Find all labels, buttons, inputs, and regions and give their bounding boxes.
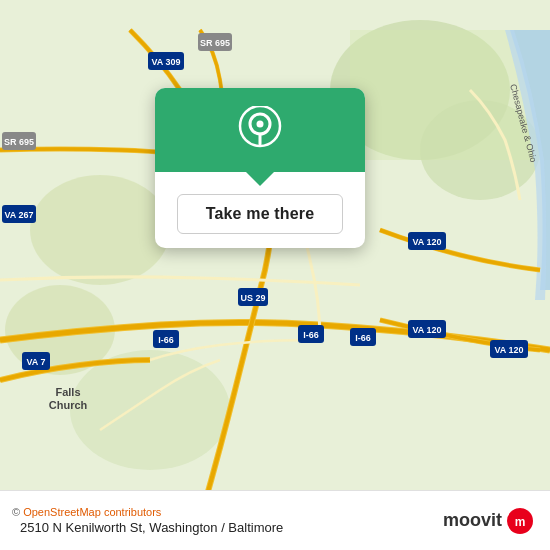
svg-text:VA 7: VA 7: [26, 357, 45, 367]
svg-text:VA 120: VA 120: [494, 345, 523, 355]
svg-text:VA 120: VA 120: [412, 325, 441, 335]
svg-text:Church: Church: [49, 399, 88, 411]
svg-point-4: [30, 175, 170, 285]
map-container: I-66 I-66 I-66 VA 7 US 29 VA 309 VA 120 …: [0, 0, 550, 550]
bottom-bar: © OpenStreetMap contributors 2510 N Keni…: [0, 490, 550, 550]
moovit-logo: moovit m: [443, 507, 534, 535]
svg-text:US 29: US 29: [240, 293, 265, 303]
svg-text:VA 120: VA 120: [412, 237, 441, 247]
svg-text:SR 695: SR 695: [4, 137, 34, 147]
osm-credit: © OpenStreetMap contributors: [12, 506, 283, 518]
location-pin-icon: [238, 106, 282, 150]
svg-text:VA 309: VA 309: [151, 57, 180, 67]
svg-text:Falls: Falls: [55, 386, 80, 398]
map-background: I-66 I-66 I-66 VA 7 US 29 VA 309 VA 120 …: [0, 0, 550, 550]
moovit-icon: m: [506, 507, 534, 535]
svg-text:m: m: [515, 515, 526, 529]
svg-text:I-66: I-66: [303, 330, 319, 340]
address-text: 2510 N Kenilworth St, Washington / Balti…: [20, 520, 283, 535]
svg-point-36: [257, 121, 264, 128]
svg-text:I-66: I-66: [355, 333, 371, 343]
svg-text:I-66: I-66: [158, 335, 174, 345]
bottom-left-info: © OpenStreetMap contributors 2510 N Keni…: [12, 506, 283, 535]
osm-link[interactable]: OpenStreetMap contributors: [23, 506, 161, 518]
svg-text:SR 695: SR 695: [200, 38, 230, 48]
svg-point-6: [70, 350, 230, 470]
take-me-there-button[interactable]: Take me there: [177, 194, 344, 234]
moovit-logo-text: moovit: [443, 510, 502, 531]
location-popup: Take me there: [155, 88, 365, 248]
svg-text:VA 267: VA 267: [4, 210, 33, 220]
popup-header: [155, 88, 365, 172]
copyright-symbol: ©: [12, 506, 20, 518]
